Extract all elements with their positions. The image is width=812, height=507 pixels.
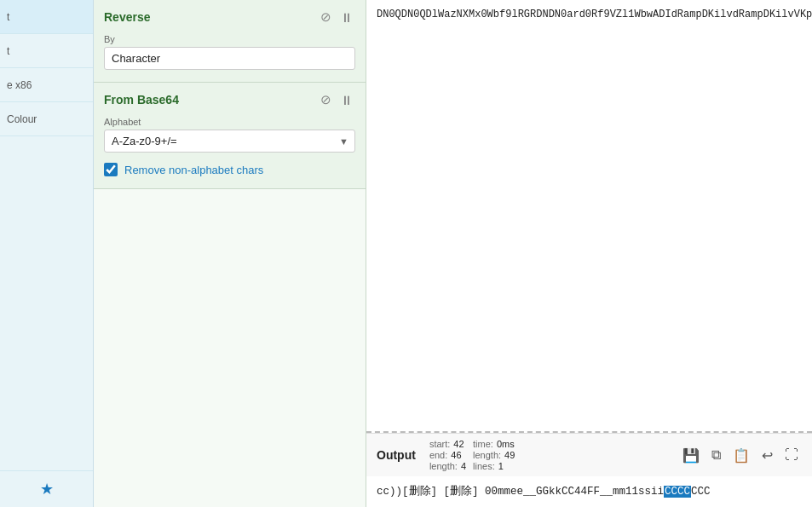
sidebar-item-2[interactable]: t xyxy=(0,34,93,68)
reverse-by-value: Character xyxy=(112,52,160,65)
remove-nonalpha-checkbox[interactable] xyxy=(104,163,118,176)
stat-end-value: 46 xyxy=(451,450,461,460)
save-button[interactable]: 💾 xyxy=(679,446,703,465)
ops-empty-space xyxy=(94,189,366,507)
reverse-by-input[interactable]: Character xyxy=(104,47,355,70)
alphabet-label: Alphabet xyxy=(104,117,355,127)
sidebar-item-label-colour: Colour xyxy=(7,113,37,125)
stat-end-row: end: 46 xyxy=(429,450,466,460)
output-label: Output xyxy=(377,448,416,462)
from-base64-pause-icon[interactable]: ⏸ xyxy=(337,92,355,108)
stat-length-row: length: 4 xyxy=(429,461,466,471)
main-encoded-text[interactable]: DN0QDN0QDlWazNXMx0Wbf9lRGRDNDN0ard0Rf9VZ… xyxy=(366,0,812,433)
stat-length2-row: length: 49 xyxy=(473,450,515,460)
reverse-header: Reverse ⊘ ⏸ xyxy=(104,9,355,26)
expand-button[interactable]: ⛶ xyxy=(781,446,802,464)
sidebar: t t e x86 Colour ★ xyxy=(0,0,94,507)
from-base64-section: From Base64 ⊘ ⏸ Alphabet A-Za-z0-9+/= ▼ … xyxy=(94,83,366,189)
output-actions: 💾 ⧉ 📋 ↩ ⛶ xyxy=(679,446,802,465)
sidebar-item-label-x86: e x86 xyxy=(7,79,32,91)
reverse-pause-icon[interactable]: ⏸ xyxy=(337,9,355,26)
save-icon: 💾 xyxy=(682,448,700,463)
output-text-highlight: CCCC xyxy=(664,486,691,498)
output-text-prefix: cc))[删除] [删除] 00mmee__GGkkCC44FF__mm11ss… xyxy=(377,486,664,498)
alphabet-select[interactable]: A-Za-z0-9+/= xyxy=(104,130,355,153)
sidebar-star[interactable]: ★ xyxy=(0,470,93,507)
stat-start-value: 42 xyxy=(453,439,464,449)
stat-length-value: 4 xyxy=(461,461,466,471)
stat-start-label: start: xyxy=(429,439,450,449)
paste-button[interactable]: 📋 xyxy=(729,446,753,465)
output-text-suffix: CCC xyxy=(691,486,711,498)
from-base64-title: From Base64 xyxy=(104,93,179,107)
stat-length2-label: length: xyxy=(473,450,501,460)
remove-nonalpha-label: Remove non-alphabet chars xyxy=(124,164,263,176)
reverse-title: Reverse xyxy=(104,10,151,24)
reverse-section: Reverse ⊘ ⏸ By Character xyxy=(94,0,366,83)
encoded-text-value: DN0QDN0QDlWazNXMx0Wbf9lRGRDNDN0ard0Rf9VZ… xyxy=(377,9,812,20)
sidebar-item-x86[interactable]: e x86 xyxy=(0,68,93,102)
sidebar-item-label-1: t xyxy=(7,11,9,23)
stat-lines-value: 1 xyxy=(498,461,504,471)
from-base64-header: From Base64 ⊘ ⏸ xyxy=(104,91,355,108)
expand-icon: ⛶ xyxy=(785,447,798,462)
stat-time-value: 0ms xyxy=(497,439,515,449)
stat-lines-label: lines: xyxy=(473,461,495,471)
paste-icon: 📋 xyxy=(733,448,750,463)
main-content: DN0QDN0QDlWazNXMx0Wbf9lRGRDNDN0ard0Rf9VZ… xyxy=(366,0,812,507)
stat-start-row: start: 42 xyxy=(429,439,466,449)
alphabet-select-wrapper: A-Za-z0-9+/= ▼ xyxy=(104,130,355,153)
from-base64-icons: ⊘ ⏸ xyxy=(318,91,355,108)
stat-end-label: end: xyxy=(429,450,447,460)
stat-length2-value: 49 xyxy=(504,450,515,460)
undo-icon: ↩ xyxy=(762,448,773,463)
sidebar-item-label-2: t xyxy=(7,45,9,57)
output-bar: Output start: 42 end: 46 length: 4 time: xyxy=(366,433,812,476)
stat-time-label: time: xyxy=(473,439,493,449)
output-stats-col-left: start: 42 end: 46 length: 4 xyxy=(429,439,466,471)
sidebar-item-colour[interactable]: Colour xyxy=(0,102,93,136)
output-text-area[interactable]: cc))[删除] [删除] 00mmee__GGkkCC44FF__mm11ss… xyxy=(366,476,812,507)
sidebar-item-1[interactable]: t xyxy=(0,0,93,34)
from-base64-disable-icon[interactable]: ⊘ xyxy=(318,91,334,108)
stat-lines-row: lines: 1 xyxy=(473,461,515,471)
copy-icon: ⧉ xyxy=(711,447,721,462)
reverse-icons: ⊘ ⏸ xyxy=(318,9,355,26)
star-icon: ★ xyxy=(40,480,54,498)
stat-length-label: length: xyxy=(429,461,458,471)
copy-button[interactable]: ⧉ xyxy=(708,446,724,464)
remove-nonalpha-row: Remove non-alphabet chars xyxy=(104,163,355,176)
reverse-disable-icon[interactable]: ⊘ xyxy=(318,9,334,26)
undo-button[interactable]: ↩ xyxy=(758,446,776,465)
output-stats-grid: start: 42 end: 46 length: 4 time: 0ms xyxy=(429,439,515,471)
reverse-by-label: By xyxy=(104,34,355,44)
stat-time-row: time: 0ms xyxy=(473,439,515,449)
output-stats-col-right: time: 0ms length: 49 lines: 1 xyxy=(473,439,515,471)
operations-panel: Reverse ⊘ ⏸ By Character From Base64 ⊘ ⏸… xyxy=(94,0,366,507)
